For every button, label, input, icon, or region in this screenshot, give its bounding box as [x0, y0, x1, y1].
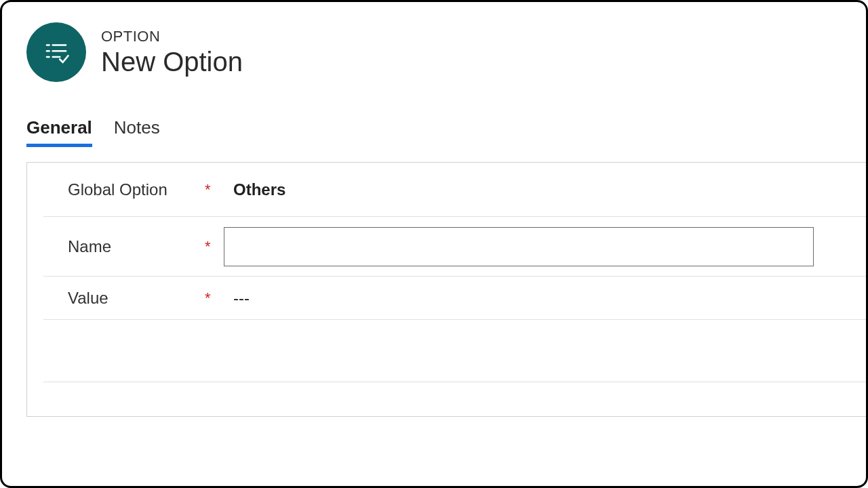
form-spacer	[43, 320, 866, 382]
label-global-option: Global Option	[43, 180, 205, 199]
global-option-lookup[interactable]: Others	[224, 180, 866, 199]
general-form-panel: Global Option * Others Name * Value * --…	[26, 162, 866, 417]
tab-general[interactable]: General	[26, 117, 92, 147]
row-global-option: Global Option * Others	[43, 163, 866, 217]
header-text-block: OPTION New Option	[101, 28, 243, 77]
row-name: Name *	[43, 217, 866, 277]
option-list-icon	[26, 22, 86, 82]
form-header: OPTION New Option	[2, 2, 866, 82]
required-marker: *	[205, 181, 224, 199]
page-title: New Option	[101, 47, 243, 77]
label-name: Name	[43, 237, 205, 256]
form-footer-space	[27, 382, 866, 416]
tab-bar: General Notes	[2, 82, 866, 147]
value-field[interactable]: ---	[224, 289, 866, 308]
name-input[interactable]	[224, 227, 814, 266]
entity-type-label: OPTION	[101, 28, 243, 45]
label-value: Value	[43, 289, 205, 308]
required-marker: *	[205, 289, 224, 307]
option-form-window: OPTION New Option General Notes Global O…	[0, 0, 868, 488]
required-marker: *	[205, 238, 224, 256]
tab-notes[interactable]: Notes	[114, 117, 160, 147]
row-value: Value * ---	[43, 277, 866, 320]
